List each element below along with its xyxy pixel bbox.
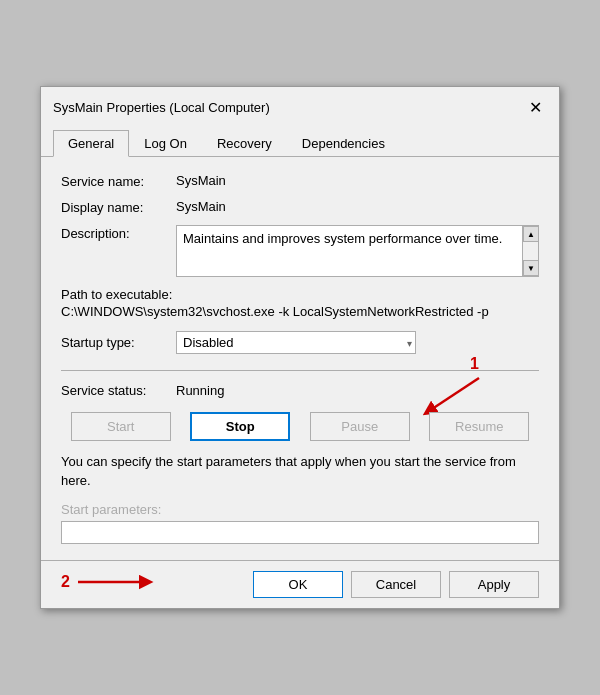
tab-dependencies[interactable]: Dependencies — [287, 130, 400, 157]
status-row: Service status: Running 1 — [61, 383, 539, 398]
tab-recovery[interactable]: Recovery — [202, 130, 287, 157]
title-bar: SysMain Properties (Local Computer) ✕ — [41, 87, 559, 119]
stop-button[interactable]: Stop — [190, 412, 290, 441]
path-section: Path to executable: C:\WINDOWS\system32\… — [61, 287, 539, 319]
description-text: Maintains and improves system performanc… — [183, 230, 520, 248]
description-scrollbar[interactable]: ▲ ▼ — [522, 226, 538, 276]
params-input[interactable] — [61, 521, 539, 544]
display-name-row: Display name: SysMain — [61, 199, 539, 215]
apply-button[interactable]: Apply — [449, 571, 539, 598]
divider — [61, 370, 539, 371]
description-label: Description: — [61, 225, 176, 241]
close-button[interactable]: ✕ — [523, 95, 547, 119]
footer: 2 OK Cancel Apply — [41, 560, 559, 608]
cancel-button[interactable]: Cancel — [351, 571, 441, 598]
resume-button[interactable]: Resume — [429, 412, 529, 441]
dialog-title: SysMain Properties (Local Computer) — [53, 100, 270, 115]
tab-general[interactable]: General — [53, 130, 129, 157]
properties-dialog: SysMain Properties (Local Computer) ✕ Ge… — [40, 86, 560, 608]
svg-line-1 — [429, 378, 479, 411]
scroll-up[interactable]: ▲ — [523, 226, 539, 242]
path-value: C:\WINDOWS\system32\svchost.exe -k Local… — [61, 304, 539, 319]
startup-row: Startup type: Disabled Manual Automatic … — [61, 331, 539, 354]
tab-bar: General Log On Recovery Dependencies — [41, 123, 559, 157]
service-name-row: Service name: SysMain — [61, 173, 539, 189]
annotation-2-num: 2 — [61, 573, 70, 591]
service-buttons-row: Start Stop Pause Resume — [61, 412, 539, 441]
annotation-2-container: 2 — [61, 570, 154, 594]
start-button[interactable]: Start — [71, 412, 171, 441]
tab-logon[interactable]: Log On — [129, 130, 202, 157]
startup-select[interactable]: Disabled Manual Automatic Automatic (Del… — [176, 331, 416, 354]
pause-button[interactable]: Pause — [310, 412, 410, 441]
info-text: You can specify the start parameters tha… — [61, 453, 539, 489]
description-row: Description: Maintains and improves syst… — [61, 225, 539, 277]
startup-select-wrapper: Disabled Manual Automatic Automatic (Del… — [176, 331, 416, 354]
annotation-1: 1 — [470, 355, 479, 373]
service-name-value: SysMain — [176, 173, 539, 188]
startup-label: Startup type: — [61, 335, 176, 350]
description-box: Maintains and improves system performanc… — [176, 225, 539, 277]
status-value: Running — [176, 383, 224, 398]
display-name-label: Display name: — [61, 199, 176, 215]
scroll-down[interactable]: ▼ — [523, 260, 539, 276]
params-label: Start parameters: — [61, 502, 539, 517]
annotation-arrow-2 — [74, 570, 154, 594]
service-name-label: Service name: — [61, 173, 176, 189]
display-name-value: SysMain — [176, 199, 539, 214]
path-label: Path to executable: — [61, 287, 539, 302]
ok-button[interactable]: OK — [253, 571, 343, 598]
tab-content: Service name: SysMain Display name: SysM… — [41, 157, 559, 559]
status-label: Service status: — [61, 383, 176, 398]
